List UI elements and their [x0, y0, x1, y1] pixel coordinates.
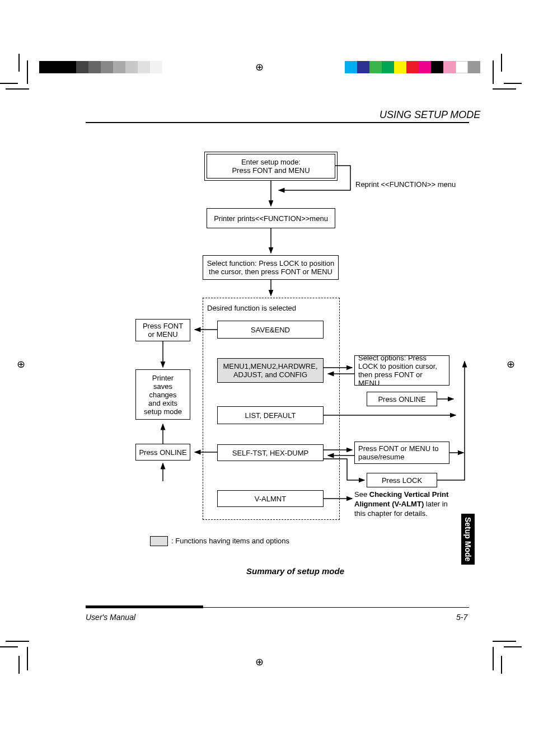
valmnt-text: V-ALMNT — [255, 495, 286, 503]
crop-bl-h2 — [6, 641, 29, 642]
start-l1: Enter setup mode: — [241, 158, 301, 166]
pause-box: Press FONT or MENU topause/resume — [354, 442, 449, 464]
config-l1: MENU1,MENU2,HARDWRE, — [223, 362, 317, 370]
lock-text: Press LOCK — [382, 476, 422, 485]
crop-tr-h2 — [493, 88, 516, 90]
saves-l1: Printer — [152, 374, 174, 382]
crop-br-h — [504, 646, 522, 647]
save-end-box: SAVE&END — [217, 321, 324, 339]
footer-right: 5-7 — [456, 613, 467, 622]
register-top: ⊕ — [255, 61, 264, 73]
register-left: ⊕ — [17, 358, 25, 370]
desired-label: Desired function is selected — [207, 304, 296, 312]
footer-rule — [86, 607, 469, 608]
side-tab: Setup Mode — [461, 514, 475, 565]
crop-br-v — [501, 656, 502, 674]
crop-tr-v — [501, 54, 502, 72]
options-box: Select options: Press LOCK to position c… — [354, 355, 449, 386]
lock-box: Press LOCK — [367, 473, 437, 487]
opt-l1: Select options: Press — [358, 354, 427, 362]
left-menu-box: Press FONTor MENU — [135, 319, 190, 341]
register-right: ⊕ — [507, 358, 515, 370]
online-text: Press ONLINE — [378, 395, 425, 403]
color-bar — [345, 61, 480, 73]
saves-l5: setup mode — [144, 407, 182, 416]
header-rule — [86, 122, 469, 123]
crop-bl-v — [18, 656, 20, 674]
crop-bl-h — [0, 646, 18, 647]
saves-l4: and exits — [148, 399, 177, 407]
grayscale-bar — [39, 61, 162, 73]
list-box: LIST, DEFAULT — [217, 406, 324, 424]
reprint-label: Reprint <<FUNCTION>> menu — [355, 180, 456, 189]
see-pre: See — [354, 490, 369, 499]
crop-bl-v2 — [27, 647, 28, 670]
legend-swatch — [150, 536, 168, 546]
pause-l1: Press FONT or MENU to — [358, 444, 439, 453]
crop-br-h2 — [493, 641, 516, 642]
select-box: Select function: Press LOCK to positiont… — [203, 255, 339, 280]
see-valmt: See Checking Vertical Print Alignment (V… — [354, 490, 455, 519]
selftest-text: SELF-TST, HEX-DUMP — [232, 449, 309, 457]
config-l2: ADJUST, and CONFIG — [233, 370, 307, 379]
list-text: LIST, DEFAULT — [245, 411, 296, 420]
crop-tl-h2 — [6, 88, 29, 90]
crop-tl-v — [18, 54, 20, 72]
page-header: USING SETUP MODE — [380, 109, 480, 121]
saves-l3: changes — [149, 391, 176, 399]
prints-box: Printer prints<<FUNCTION>>menu — [207, 208, 335, 228]
register-bottom: ⊕ — [255, 656, 264, 668]
crop-tl-h — [0, 83, 18, 84]
start-box: Enter setup mode:Press FONT and MENU — [207, 154, 335, 179]
select-l2: the cursor, then press FONT or MENU — [209, 267, 332, 276]
footer-left: User's Manual — [86, 613, 135, 622]
crop-tr-h — [504, 83, 522, 84]
left-online-text: Press ONLINE — [139, 448, 186, 457]
crop-tr-v2 — [493, 60, 494, 84]
left-menu-l2: or MENU — [148, 330, 177, 339]
save-end-text: SAVE&END — [251, 326, 290, 334]
opt-l3: then press FONT or MENU — [358, 370, 423, 387]
config-box: MENU1,MENU2,HARDWRE,ADJUST, and CONFIG — [217, 358, 324, 383]
select-l1: Select function: Press LOCK to position — [207, 259, 335, 267]
selftest-box: SELF-TST, HEX-DUMP — [217, 444, 324, 461]
page: { "header": { "title": "USING SETUP MODE… — [0, 0, 534, 756]
valmnt-box: V-ALMNT — [217, 490, 324, 507]
prints-text: Printer prints<<FUNCTION>>menu — [214, 214, 328, 223]
left-saves-box: Printer saves changes and exits setup mo… — [135, 369, 190, 420]
saves-l2: saves — [153, 382, 172, 391]
start-l2: Press FONT and MENU — [232, 166, 310, 175]
left-online-box: Press ONLINE — [135, 444, 190, 461]
figure-caption: Summary of setup mode — [246, 566, 344, 576]
online-box: Press ONLINE — [367, 392, 437, 406]
left-menu-l1: Press FONT — [143, 322, 183, 330]
opt-l2: LOCK to position cursor, — [358, 362, 437, 370]
legend-text: : Functions having items and options — [171, 537, 289, 545]
crop-tl-v2 — [27, 60, 28, 84]
pause-l2: pause/resume — [358, 453, 404, 461]
crop-br-v2 — [493, 647, 494, 670]
